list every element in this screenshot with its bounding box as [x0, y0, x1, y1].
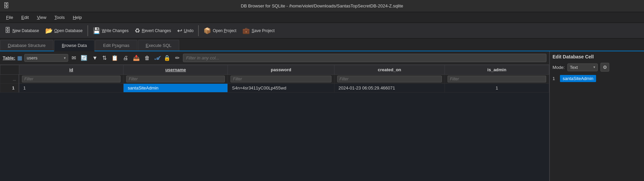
mode-label: Mode: — [553, 65, 565, 70]
table-row[interactable]: 1 1 santaSiteAdmin S4n+4sr3411yC00Lp455w… — [0, 84, 549, 93]
save-project-button[interactable]: 💼 Save Project — [240, 25, 277, 36]
filter-is-admin-cell — [445, 75, 549, 84]
menu-tools[interactable]: Tools — [51, 14, 68, 21]
undo-icon: ↩ — [177, 27, 182, 34]
cell-value-row: 1 santaSiteAdmin — [553, 75, 641, 82]
title-bar: 🗄 DB Browser for SQLite - /home/violet/D… — [0, 0, 644, 12]
new-record-button[interactable]: ✉ — [70, 54, 77, 62]
open-database-label: Open Database — [54, 28, 83, 33]
write-changes-label: Write Changes — [102, 28, 129, 33]
table-select-wrapper[interactable]: users — [24, 54, 68, 62]
table-panel: Table: ▦ users ✉ 🔄 ▼ ⇅ 📋 🖨 📥 🗑 𝒜 🔒 ✏ — [0, 51, 549, 181]
filter-button[interactable]: ▼ — [91, 54, 99, 62]
undo-button[interactable]: ↩ Undo — [175, 25, 196, 36]
table-select[interactable]: users — [24, 54, 68, 62]
open-project-label: Open Project — [213, 28, 236, 33]
toolbar-separator-1 — [87, 25, 88, 36]
tab-database-structure[interactable]: Database Structure — [0, 40, 53, 51]
filter-password-cell — [228, 75, 334, 84]
menu-file[interactable]: File — [3, 14, 17, 21]
open-database-icon: 📂 — [45, 27, 53, 34]
toolbar-separator-2 — [198, 25, 199, 36]
filter-username-cell — [124, 75, 228, 84]
open-project-button[interactable]: 📦 Open Project — [201, 25, 239, 36]
filter-created-on-cell — [334, 75, 445, 84]
export-csv-button[interactable]: 📋 — [110, 54, 119, 62]
undo-label: Undo — [184, 28, 194, 33]
delete-button[interactable]: 🗑 — [143, 54, 151, 62]
filter-id-cell — [19, 75, 124, 84]
pencil-button[interactable]: ✏ — [174, 54, 181, 62]
col-header-is-admin[interactable]: is_admin — [445, 65, 549, 75]
revert-changes-button[interactable]: ♻ Revert Changes — [132, 25, 174, 36]
tabs-bar: Database Structure Browse Data Edit Prag… — [0, 38, 644, 51]
open-database-button[interactable]: 📂 Open Database — [43, 25, 85, 36]
filter-row-dots: ... — [0, 75, 19, 84]
filter-any-column-input[interactable] — [183, 54, 546, 62]
menu-view[interactable]: View — [33, 14, 50, 21]
table-grid-icon: ▦ — [17, 55, 22, 61]
mode-select[interactable]: Text Binary Null Real — [567, 63, 598, 71]
cell-username-1[interactable]: santaSiteAdmin — [124, 84, 228, 93]
data-table-wrapper: id username password created_on is_admin… — [0, 65, 549, 181]
tab-execute-sql[interactable]: Execute SQL — [138, 40, 180, 51]
filter-created-on-input[interactable] — [337, 76, 442, 82]
right-panel-title: Edit Database Cell — [553, 54, 641, 59]
filter-id-input[interactable] — [22, 76, 120, 82]
table-header-row: id username password created_on is_admin — [0, 65, 549, 75]
sort-button[interactable]: ⇅ — [101, 54, 108, 62]
write-changes-button[interactable]: 💾 Write Changes — [90, 25, 131, 36]
cell-is-admin-1[interactable]: 1 — [445, 84, 549, 93]
table-toolbar: Table: ▦ users ✉ 🔄 ▼ ⇅ 📋 🖨 📥 🗑 𝒜 🔒 ✏ — [0, 51, 549, 65]
print-button[interactable]: 🖨 — [122, 54, 130, 62]
cell-value-display[interactable]: santaSiteAdmin — [560, 75, 596, 82]
edit-button[interactable]: 𝒜 — [153, 54, 160, 62]
col-header-username[interactable]: username — [124, 65, 228, 75]
gear-button[interactable]: ⚙ — [600, 63, 609, 72]
write-changes-icon: 💾 — [93, 27, 100, 34]
data-table: id username password created_on is_admin… — [0, 65, 549, 93]
right-panel: Edit Database Cell Mode: Text Binary Nul… — [549, 51, 644, 181]
filter-is-admin-input[interactable] — [448, 76, 546, 82]
new-database-icon: 🗄 — [5, 27, 11, 34]
revert-changes-label: Revert Changes — [142, 28, 171, 33]
mode-row: Mode: Text Binary Null Real ⚙ — [553, 63, 641, 72]
tab-edit-pragmas[interactable]: Edit Pragmas — [95, 40, 137, 51]
new-database-label: New Database — [12, 28, 39, 33]
refresh-button[interactable]: 🔄 — [79, 54, 89, 62]
filter-row: ... — [0, 75, 549, 84]
open-project-icon: 📦 — [204, 27, 211, 34]
save-project-label: Save Project — [251, 28, 274, 33]
main-content: Table: ▦ users ✉ 🔄 ▼ ⇅ 📋 🖨 📥 🗑 𝒜 🔒 ✏ — [0, 51, 644, 181]
title-bar-text: DB Browser for SQLite - /home/violet/Dow… — [241, 3, 403, 8]
toolbar: 🗄 New Database 📂 Open Database 💾 Write C… — [0, 23, 644, 38]
import-button[interactable]: 📥 — [132, 54, 141, 62]
col-header-password[interactable]: password — [228, 65, 334, 75]
revert-changes-icon: ♻ — [135, 27, 140, 34]
col-header-created-on[interactable]: created_on — [334, 65, 445, 75]
filter-username-input[interactable] — [126, 76, 225, 82]
new-database-button[interactable]: 🗄 New Database — [2, 25, 42, 36]
menu-bar: File Edit View Tools Help — [0, 12, 644, 23]
row-num-1: 1 — [0, 84, 19, 93]
table-label: Table: — [3, 55, 15, 60]
row-num-header — [0, 65, 19, 75]
menu-help[interactable]: Help — [70, 14, 85, 21]
cell-row-number: 1 — [553, 76, 557, 81]
app-icon: 🗄 — [3, 2, 9, 9]
mode-select-wrapper[interactable]: Text Binary Null Real — [567, 63, 598, 71]
col-header-id[interactable]: id — [19, 65, 124, 75]
menu-edit[interactable]: Edit — [18, 14, 32, 21]
cell-password-1[interactable]: S4n+4sr3411yC00Lp455wd — [228, 84, 334, 93]
cell-created-on-1[interactable]: 2024-01-23 06:05:29.466071 — [334, 84, 445, 93]
save-project-icon: 💼 — [242, 27, 250, 34]
filter-password-input[interactable] — [231, 76, 331, 82]
cell-id-1[interactable]: 1 — [19, 84, 124, 93]
tab-browse-data[interactable]: Browse Data — [54, 40, 95, 51]
lock-button[interactable]: 🔒 — [162, 54, 172, 62]
